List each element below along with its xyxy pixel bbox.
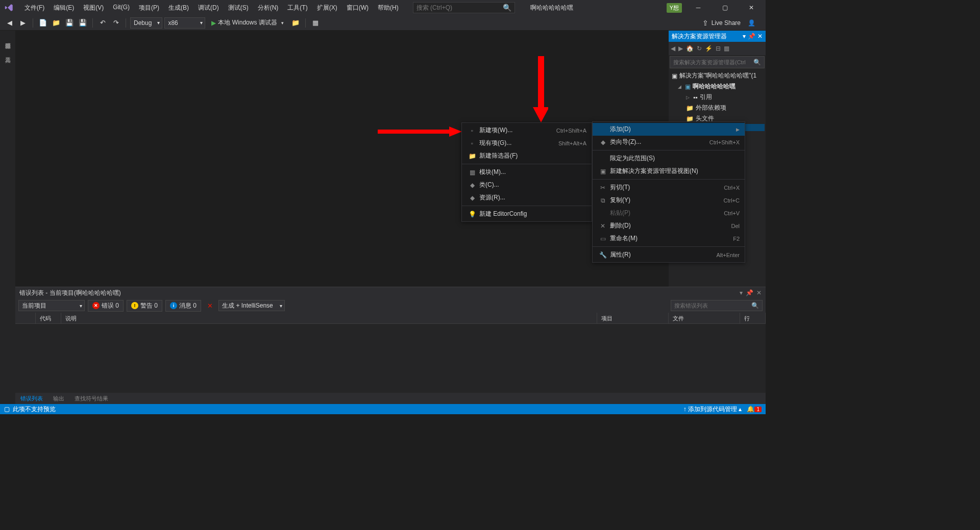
menu-test[interactable]: 测试(S) (224, 2, 253, 14)
undo-icon[interactable]: ↶ (97, 17, 108, 29)
panel-close-icon[interactable]: ✕ (757, 33, 763, 40)
col-icon[interactable] (15, 313, 36, 323)
panel-pin-icon[interactable]: 📌 (746, 289, 753, 296)
menu-tools[interactable]: 工具(T) (283, 2, 311, 14)
col-description[interactable]: 说明 (61, 313, 597, 323)
showall-icon[interactable]: ▦ (724, 45, 729, 52)
context-menu-item[interactable]: ◆资源(R)... (462, 191, 592, 204)
nav-forward-icon[interactable]: ▶ (678, 45, 683, 52)
collapse-icon[interactable]: ⊟ (716, 45, 721, 52)
error-scope-dropdown[interactable]: 当前项目 (18, 300, 85, 311)
expander-icon[interactable]: ▷ (686, 95, 691, 100)
menu-item-shortcut: Shift+Alt+A (543, 140, 586, 146)
panel-dropdown-icon[interactable]: ▾ (740, 289, 743, 296)
toolbar-misc-icon[interactable]: ▦ (310, 17, 321, 29)
tree-external-deps[interactable]: 📁 外部依赖项 (670, 103, 765, 113)
save-all-icon[interactable]: 💾 (77, 17, 88, 29)
nav-back-icon[interactable]: ◀ (671, 45, 675, 52)
menu-project[interactable]: 项目(P) (135, 2, 163, 14)
col-code[interactable]: 代码 (36, 313, 61, 323)
context-menu-item[interactable]: ◆类向导(Z)...Ctrl+Shift+X (593, 136, 745, 148)
context-menu-item[interactable]: 粘贴(P)Ctrl+V (593, 207, 745, 219)
context-menu-item[interactable]: ✕删除(D)Del (593, 219, 745, 232)
nav-back-icon[interactable]: ◀ (4, 17, 15, 29)
toolbar-folder-icon[interactable]: 📁 (290, 17, 301, 29)
menu-analyze[interactable]: 分析(N) (254, 2, 283, 14)
maximize-button[interactable]: ▢ (715, 0, 735, 15)
menu-extensions[interactable]: 扩展(X) (313, 2, 341, 14)
liveshare-button[interactable]: ⇪ Live Share 👤 (702, 19, 755, 27)
menu-item-label: 资源(R)... (477, 193, 586, 202)
solution-search-input[interactable] (673, 59, 753, 65)
redo-icon[interactable]: ↷ (110, 17, 121, 29)
context-menu-item[interactable]: ◆类(C)... (462, 179, 592, 191)
config-dropdown[interactable]: Debug (130, 17, 162, 29)
tab-output[interactable]: 输出 (48, 393, 69, 404)
tab-error-list[interactable]: 错误列表 (15, 393, 48, 404)
context-menu-item[interactable]: ✂剪切(T)Ctrl+X (593, 181, 745, 194)
col-line[interactable]: 行 (740, 313, 766, 323)
open-folder-icon[interactable]: 📁 (51, 17, 62, 29)
col-file[interactable]: 文件 (669, 313, 740, 323)
context-menu-item[interactable]: ▫现有项(G)...Shift+Alt+A (462, 137, 592, 149)
sidebar-tab-server-explorer[interactable]: 服务器资源管理器 (2, 35, 14, 43)
user-badge[interactable]: Y想 (667, 3, 682, 13)
menu-view[interactable]: 视图(V) (79, 2, 108, 14)
warning-icon: ! (131, 302, 138, 309)
tree-project[interactable]: ◢ ▣ 啊哈哈哈哈哈嘿 (670, 81, 765, 92)
context-menu-item[interactable]: 🔧属性(R)Alt+Enter (593, 248, 745, 261)
notifications-button[interactable]: 🔔1 (747, 406, 762, 413)
sync-icon[interactable]: ↻ (697, 45, 702, 52)
feedback-icon[interactable]: 👤 (748, 19, 755, 27)
new-file-icon[interactable]: 📄 (37, 17, 48, 29)
error-search[interactable]: 🔍 (671, 300, 763, 311)
menu-item-icon: ◆ (598, 139, 608, 146)
context-menu-item[interactable]: ▦模块(M)... (462, 166, 592, 179)
tree-solution-root[interactable]: ▣ 解决方案"啊哈哈哈哈哈嘿"(1 (670, 70, 765, 81)
menu-git[interactable]: Git(G) (109, 2, 134, 14)
col-project[interactable]: 项目 (597, 313, 669, 323)
menu-edit[interactable]: 编辑(E) (50, 2, 78, 14)
tree-references[interactable]: ▷ ▪▪ 引用 (670, 92, 765, 103)
build-intellisense-dropdown[interactable]: 生成 + IntelliSense (218, 300, 285, 311)
context-menu-item[interactable]: ▣新建解决方案资源管理器视图(N) (593, 165, 745, 178)
menu-file[interactable]: 文件(F) (20, 2, 48, 14)
context-menu-item[interactable]: ▫新建项(W)...Ctrl+Shift+A (462, 124, 592, 137)
warnings-filter[interactable]: ! 警告 0 (127, 300, 162, 312)
menu-item-icon: ▫ (467, 140, 477, 147)
start-debugger-button[interactable]: ▶ 本地 Windows 调试器 ▾ (207, 17, 287, 29)
context-menu-item[interactable]: 添加(D)▶ (593, 123, 745, 136)
menu-window[interactable]: 窗口(W) (342, 2, 373, 14)
menu-debug[interactable]: 调试(D) (194, 2, 223, 14)
error-list-panel: 错误列表 - 当前项目(啊哈哈哈哈哈嘿) ▾ 📌 ✕ 当前项目 ✕ 错误 0 !… (15, 287, 766, 404)
context-menu-item[interactable]: 限定为此范围(S) (593, 152, 745, 165)
tab-find-symbols[interactable]: 查找符号结果 (69, 393, 113, 404)
menu-build[interactable]: 生成(B) (164, 2, 193, 14)
platform-dropdown[interactable]: x86 (164, 17, 205, 29)
messages-filter[interactable]: i 消息 0 (165, 300, 201, 312)
close-button[interactable]: ✕ (741, 0, 762, 15)
solution-search[interactable]: 🔍 (670, 56, 765, 68)
menu-help[interactable]: 帮助(H) (374, 2, 403, 14)
errors-filter[interactable]: ✕ 错误 0 (88, 300, 124, 312)
panel-close-icon[interactable]: ✕ (756, 289, 762, 296)
solution-toolbar: ◀ ▶ 🏠 ↻ ⚡ ⊟ ▦ (669, 42, 766, 55)
context-menu-item[interactable]: ⧉复制(Y)Ctrl+C (593, 194, 745, 207)
global-search-input[interactable] (416, 4, 501, 11)
filter-icon[interactable]: ⚡ (705, 45, 713, 52)
global-search[interactable]: 🔍 (413, 2, 515, 13)
context-menu-item[interactable]: ▭重命名(M)F2 (593, 232, 745, 245)
panel-dropdown-icon[interactable]: ▾ (743, 33, 746, 40)
home-icon[interactable]: 🏠 (686, 45, 694, 52)
source-control-button[interactable]: ↑ 添加到源代码管理 ▴ (683, 405, 742, 414)
save-icon[interactable]: 💾 (64, 17, 75, 29)
panel-pin-icon[interactable]: 📌 (748, 33, 755, 40)
clear-icon[interactable]: ✕ (204, 300, 215, 311)
error-search-input[interactable] (674, 302, 751, 309)
minimize-button[interactable]: ─ (688, 0, 708, 15)
context-menu-item[interactable]: 📁新建筛选器(F) (462, 149, 592, 162)
expander-icon[interactable]: ◢ (678, 84, 683, 89)
context-menu-item[interactable]: 💡新建 EditorConfig (462, 208, 592, 220)
sidebar-tab-toolbox[interactable]: 工具箱 (2, 49, 14, 57)
nav-forward-icon[interactable]: ▶ (17, 17, 29, 29)
